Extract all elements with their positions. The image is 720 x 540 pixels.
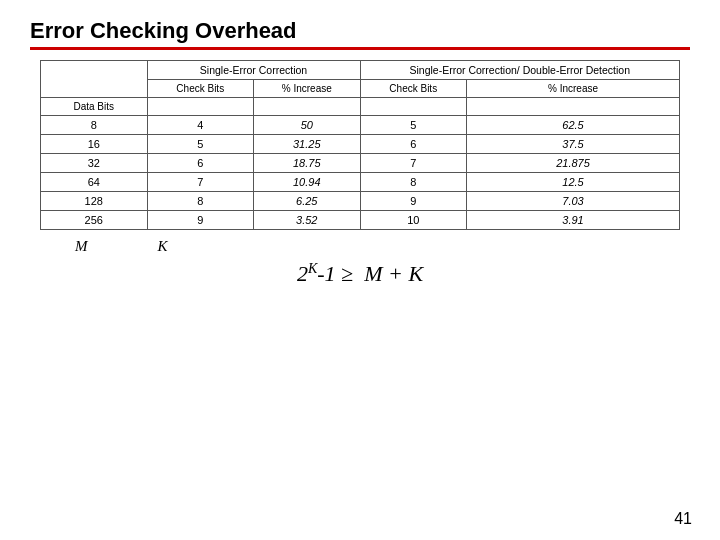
table-row: 16531.25637.5 bbox=[41, 135, 680, 154]
table-cell: 10 bbox=[360, 211, 467, 230]
table-cell: 31.25 bbox=[254, 135, 361, 154]
table-row: 25693.52103.91 bbox=[41, 211, 680, 230]
page: Error Checking Overhead Single-Error Cor… bbox=[0, 0, 720, 540]
table-cell: 62.5 bbox=[467, 116, 680, 135]
table-cell: 37.5 bbox=[467, 135, 680, 154]
col-pct-increase-1: % Increase bbox=[254, 80, 361, 98]
table-subheader: Data Bits bbox=[41, 98, 680, 116]
table-cell: 6.25 bbox=[254, 192, 361, 211]
table-row: 12886.2597.03 bbox=[41, 192, 680, 211]
table-cell: 12.5 bbox=[467, 173, 680, 192]
title-underline bbox=[30, 47, 690, 50]
table-container: Single-Error Correction Single-Error Cor… bbox=[40, 60, 680, 230]
table-row: 64710.94812.5 bbox=[41, 173, 680, 192]
table-row: 8450562.5 bbox=[41, 116, 680, 135]
table-cell: 21.875 bbox=[467, 154, 680, 173]
col-data-bits: Data Bits bbox=[41, 98, 148, 116]
header-sec: Single-Error Correction bbox=[147, 61, 360, 80]
header-empty bbox=[41, 61, 148, 98]
formula-exponent: K bbox=[308, 261, 317, 276]
table-cell: 9 bbox=[147, 211, 254, 230]
table-cell: 8 bbox=[147, 192, 254, 211]
table-row: 32618.75721.875 bbox=[41, 154, 680, 173]
table-cell: 32 bbox=[41, 154, 148, 173]
table-cell: 7 bbox=[147, 173, 254, 192]
col-cb2 bbox=[360, 98, 467, 116]
table-cell: 64 bbox=[41, 173, 148, 192]
table-cell: 50 bbox=[254, 116, 361, 135]
table-cell: 5 bbox=[360, 116, 467, 135]
col-cb1 bbox=[147, 98, 254, 116]
table-cell: 7.03 bbox=[467, 192, 680, 211]
formula: 2K-1 ≥ M + K bbox=[297, 261, 423, 286]
label-M: M bbox=[75, 238, 88, 255]
table-cell: 128 bbox=[41, 192, 148, 211]
bottom-area: M K bbox=[30, 238, 690, 255]
col-check-bits-2: Check Bits bbox=[360, 80, 467, 98]
col-check-bits-1: Check Bits bbox=[147, 80, 254, 98]
table-header-row1: Single-Error Correction Single-Error Cor… bbox=[41, 61, 680, 80]
table-cell: 6 bbox=[147, 154, 254, 173]
page-number: 41 bbox=[674, 510, 692, 528]
table-cell: 3.52 bbox=[254, 211, 361, 230]
table-cell: 4 bbox=[147, 116, 254, 135]
table-cell: 8 bbox=[360, 173, 467, 192]
col-pi2 bbox=[467, 98, 680, 116]
title-area: Error Checking Overhead bbox=[30, 18, 690, 50]
overhead-table: Single-Error Correction Single-Error Cor… bbox=[40, 60, 680, 230]
table-cell: 256 bbox=[41, 211, 148, 230]
header-secdec: Single-Error Correction/ Double-Error De… bbox=[360, 61, 680, 80]
table-cell: 10.94 bbox=[254, 173, 361, 192]
page-title: Error Checking Overhead bbox=[30, 18, 690, 44]
col-pct-increase-2: % Increase bbox=[467, 80, 680, 98]
table-cell: 18.75 bbox=[254, 154, 361, 173]
table-cell: 7 bbox=[360, 154, 467, 173]
table-cell: 8 bbox=[41, 116, 148, 135]
table-cell: 16 bbox=[41, 135, 148, 154]
col-pi1 bbox=[254, 98, 361, 116]
table-cell: 5 bbox=[147, 135, 254, 154]
mk-labels: M K bbox=[75, 238, 168, 255]
formula-area: 2K-1 ≥ M + K bbox=[30, 261, 690, 287]
table-cell: 6 bbox=[360, 135, 467, 154]
label-K: K bbox=[158, 238, 168, 255]
table-cell: 9 bbox=[360, 192, 467, 211]
table-body: 8450562.516531.25637.532618.75721.875647… bbox=[41, 116, 680, 230]
table-cell: 3.91 bbox=[467, 211, 680, 230]
